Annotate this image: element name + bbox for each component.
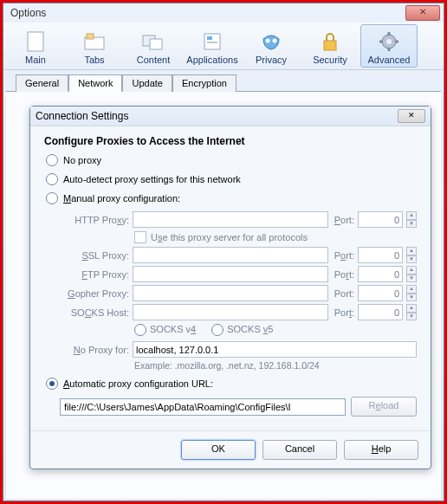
gopher-proxy-input[interactable] <box>133 285 328 301</box>
radio-manual[interactable] <box>46 192 58 204</box>
toolbar-content[interactable]: Content <box>125 24 182 68</box>
gopher-port-input[interactable] <box>358 285 403 301</box>
svg-point-12 <box>386 39 392 44</box>
radio-pac[interactable] <box>46 378 58 390</box>
dialog-close-button[interactable]: ✕ <box>398 109 425 123</box>
svg-rect-6 <box>207 36 212 40</box>
tab-update[interactable]: Update <box>122 74 172 92</box>
toolbar-applications[interactable]: Applications <box>184 24 241 68</box>
dialog-heading: Configure Proxies to Access the Internet <box>44 135 417 147</box>
gear-icon <box>361 29 417 55</box>
svg-rect-4 <box>150 39 162 49</box>
svg-point-8 <box>266 39 270 43</box>
content-icon <box>126 29 181 55</box>
http-port-spinner[interactable]: ▲▼ <box>406 211 417 228</box>
dialog-title: Connection Settings <box>36 110 128 122</box>
ftp-proxy-input[interactable] <box>133 266 328 282</box>
svg-rect-10 <box>324 41 336 50</box>
svg-rect-7 <box>207 42 217 43</box>
ftp-port-input[interactable] <box>358 266 403 282</box>
socks-port-input[interactable] <box>358 304 403 320</box>
tab-encryption[interactable]: Encryption <box>172 74 236 92</box>
mask-icon <box>243 29 299 55</box>
socks-host-input[interactable] <box>133 304 328 320</box>
tab-general[interactable]: General <box>16 74 68 92</box>
gopher-port-spinner[interactable]: ▲▼ <box>406 285 417 301</box>
ssl-port-spinner[interactable]: ▲▼ <box>406 247 417 263</box>
ssl-proxy-input[interactable] <box>133 247 328 263</box>
svg-rect-2 <box>87 34 94 39</box>
example-text: Example: .mozilla.org, .net.nz, 192.168.… <box>134 360 417 371</box>
http-port-input[interactable] <box>358 211 403 228</box>
ok-button[interactable]: OK <box>181 440 256 460</box>
reload-button[interactable]: Reload <box>351 397 417 417</box>
toolbar-security[interactable]: Security <box>301 24 359 68</box>
window-title: Options <box>10 7 46 19</box>
toolbar-main[interactable]: Main <box>7 24 64 68</box>
socks-port-spinner[interactable]: ▲▼ <box>406 304 417 320</box>
radio-no-proxy[interactable] <box>46 154 58 166</box>
help-button[interactable]: Help <box>344 440 418 460</box>
ssl-port-input[interactable] <box>358 247 403 263</box>
svg-rect-0 <box>28 32 43 51</box>
page-icon <box>8 29 63 55</box>
tabs-icon <box>67 29 122 55</box>
toolbar-advanced[interactable]: Advanced <box>360 24 418 68</box>
no-proxy-input[interactable] <box>133 341 417 358</box>
connection-settings-dialog: Connection Settings ✕ Configure Proxies … <box>29 106 431 469</box>
radio-socks-v5[interactable] <box>211 324 224 336</box>
http-proxy-input[interactable] <box>133 211 328 228</box>
radio-socks-v4[interactable] <box>134 324 146 336</box>
close-button[interactable]: ✕ <box>405 5 440 21</box>
tab-network[interactable]: Network <box>68 74 122 92</box>
applications-icon <box>185 29 240 55</box>
radio-auto-detect[interactable] <box>46 173 58 185</box>
ftp-port-spinner[interactable]: ▲▼ <box>406 266 417 282</box>
toolbar: Main Tabs Content Applications Privacy S… <box>3 23 444 70</box>
svg-point-9 <box>273 39 277 43</box>
pac-url-input[interactable] <box>60 398 346 416</box>
use-all-checkbox[interactable] <box>134 231 146 243</box>
toolbar-tabs[interactable]: Tabs <box>66 24 123 68</box>
toolbar-privacy[interactable]: Privacy <box>243 24 300 68</box>
cancel-button[interactable]: Cancel <box>262 440 337 460</box>
lock-icon <box>302 29 358 55</box>
